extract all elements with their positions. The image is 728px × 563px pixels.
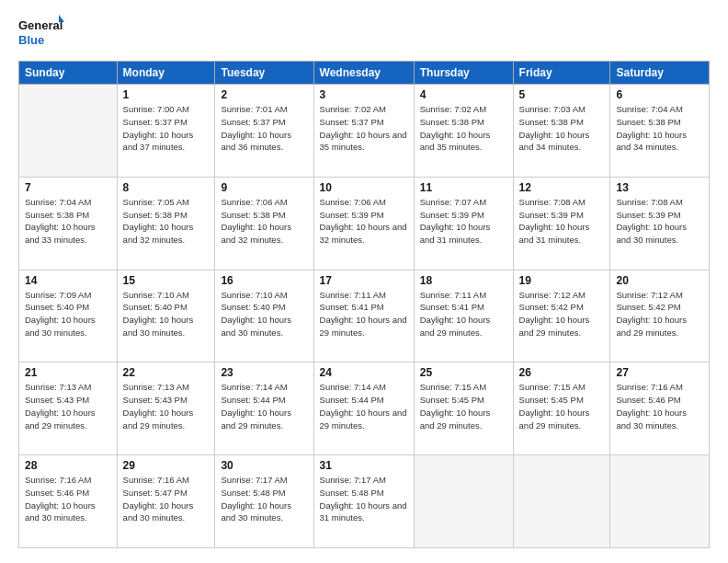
- day-number: 8: [123, 181, 210, 194]
- day-number: 23: [221, 366, 307, 379]
- calendar-cell: 21Sunrise: 7:13 AMSunset: 5:43 PMDayligh…: [19, 362, 118, 455]
- day-info: Sunrise: 7:16 AMSunset: 5:47 PMDaylight:…: [123, 474, 210, 524]
- day-number: 15: [123, 274, 210, 287]
- day-number: 28: [25, 459, 111, 472]
- calendar-cell: 6Sunrise: 7:04 AMSunset: 5:38 PMDaylight…: [610, 85, 710, 178]
- calendar-cell: 14Sunrise: 7:09 AMSunset: 5:40 PMDayligh…: [19, 270, 118, 362]
- day-number: 5: [519, 88, 605, 101]
- day-number: 22: [123, 366, 210, 379]
- svg-marker-2: [59, 15, 64, 22]
- calendar-cell: 7Sunrise: 7:04 AMSunset: 5:38 PMDaylight…: [19, 177, 118, 270]
- calendar-cell: [414, 455, 513, 548]
- calendar-cell: 5Sunrise: 7:03 AMSunset: 5:38 PMDaylight…: [513, 85, 610, 178]
- day-number: 9: [221, 181, 307, 194]
- day-info: Sunrise: 7:03 AMSunset: 5:38 PMDaylight:…: [519, 103, 605, 154]
- day-number: 20: [616, 274, 703, 287]
- day-number: 19: [519, 274, 605, 287]
- calendar-cell: 27Sunrise: 7:16 AMSunset: 5:46 PMDayligh…: [610, 362, 710, 455]
- calendar-cell: 16Sunrise: 7:10 AMSunset: 5:40 PMDayligh…: [215, 270, 313, 362]
- calendar-cell: 17Sunrise: 7:11 AMSunset: 5:41 PMDayligh…: [313, 270, 414, 362]
- calendar-cell: [610, 455, 710, 548]
- day-info: Sunrise: 7:15 AMSunset: 5:45 PMDaylight:…: [420, 381, 507, 431]
- day-info: Sunrise: 7:04 AMSunset: 5:38 PMDaylight:…: [25, 196, 111, 247]
- svg-text:General: General: [18, 18, 63, 32]
- calendar-cell: 9Sunrise: 7:06 AMSunset: 5:38 PMDaylight…: [215, 177, 313, 270]
- day-number: 3: [320, 88, 408, 101]
- day-number: 1: [123, 88, 210, 101]
- day-header-saturday: Saturday: [610, 62, 710, 85]
- day-header-tuesday: Tuesday: [215, 62, 313, 85]
- calendar-week-4: 21Sunrise: 7:13 AMSunset: 5:43 PMDayligh…: [19, 362, 710, 455]
- calendar-cell: 2Sunrise: 7:01 AMSunset: 5:37 PMDaylight…: [215, 85, 313, 178]
- day-info: Sunrise: 7:17 AMSunset: 5:48 PMDaylight:…: [221, 474, 307, 524]
- calendar-cell: 31Sunrise: 7:17 AMSunset: 5:48 PMDayligh…: [313, 455, 414, 548]
- calendar-cell: 20Sunrise: 7:12 AMSunset: 5:42 PMDayligh…: [610, 270, 710, 362]
- calendar-cell: 30Sunrise: 7:17 AMSunset: 5:48 PMDayligh…: [215, 455, 313, 548]
- calendar-cell: 25Sunrise: 7:15 AMSunset: 5:45 PMDayligh…: [414, 362, 513, 455]
- calendar-cell: 12Sunrise: 7:08 AMSunset: 5:39 PMDayligh…: [513, 177, 610, 270]
- calendar-cell: 1Sunrise: 7:00 AMSunset: 5:37 PMDaylight…: [117, 85, 215, 178]
- day-info: Sunrise: 7:06 AMSunset: 5:38 PMDaylight:…: [221, 196, 307, 247]
- calendar-table: SundayMondayTuesdayWednesdayThursdayFrid…: [18, 61, 710, 548]
- calendar-cell: 10Sunrise: 7:06 AMSunset: 5:39 PMDayligh…: [313, 177, 414, 270]
- day-info: Sunrise: 7:10 AMSunset: 5:40 PMDaylight:…: [221, 289, 307, 339]
- calendar-cell: [513, 455, 610, 548]
- day-number: 25: [420, 366, 507, 379]
- day-info: Sunrise: 7:12 AMSunset: 5:42 PMDaylight:…: [616, 289, 703, 339]
- day-info: Sunrise: 7:10 AMSunset: 5:40 PMDaylight:…: [123, 289, 210, 339]
- day-number: 6: [616, 88, 703, 101]
- calendar-week-5: 28Sunrise: 7:16 AMSunset: 5:46 PMDayligh…: [19, 455, 710, 548]
- calendar-cell: 4Sunrise: 7:02 AMSunset: 5:38 PMDaylight…: [414, 85, 513, 178]
- day-number: 30: [221, 459, 307, 472]
- calendar-cell: 15Sunrise: 7:10 AMSunset: 5:40 PMDayligh…: [117, 270, 215, 362]
- calendar-cell: 24Sunrise: 7:14 AMSunset: 5:44 PMDayligh…: [313, 362, 414, 455]
- day-info: Sunrise: 7:04 AMSunset: 5:38 PMDaylight:…: [616, 103, 703, 154]
- day-info: Sunrise: 7:16 AMSunset: 5:46 PMDaylight:…: [25, 474, 111, 524]
- calendar-cell: 18Sunrise: 7:11 AMSunset: 5:41 PMDayligh…: [414, 270, 513, 362]
- calendar-cell: 13Sunrise: 7:08 AMSunset: 5:39 PMDayligh…: [610, 177, 710, 270]
- day-number: 11: [420, 181, 507, 194]
- day-number: 17: [320, 274, 408, 287]
- day-number: 21: [25, 366, 111, 379]
- calendar-cell: [19, 85, 118, 178]
- header-row: SundayMondayTuesdayWednesdayThursdayFrid…: [19, 62, 710, 85]
- day-number: 10: [320, 181, 408, 194]
- day-number: 13: [616, 181, 703, 194]
- day-number: 2: [221, 88, 307, 101]
- day-info: Sunrise: 7:13 AMSunset: 5:43 PMDaylight:…: [123, 381, 210, 431]
- day-header-sunday: Sunday: [19, 62, 118, 85]
- day-number: 7: [25, 181, 111, 194]
- day-header-monday: Monday: [117, 62, 215, 85]
- svg-text:Blue: Blue: [18, 33, 44, 47]
- day-info: Sunrise: 7:07 AMSunset: 5:39 PMDaylight:…: [420, 196, 507, 247]
- calendar-cell: 26Sunrise: 7:15 AMSunset: 5:45 PMDayligh…: [513, 362, 610, 455]
- day-info: Sunrise: 7:15 AMSunset: 5:45 PMDaylight:…: [519, 381, 605, 431]
- day-header-wednesday: Wednesday: [313, 62, 414, 85]
- day-info: Sunrise: 7:09 AMSunset: 5:40 PMDaylight:…: [25, 289, 111, 339]
- calendar-cell: 22Sunrise: 7:13 AMSunset: 5:43 PMDayligh…: [117, 362, 215, 455]
- calendar-cell: 29Sunrise: 7:16 AMSunset: 5:47 PMDayligh…: [117, 455, 215, 548]
- day-header-thursday: Thursday: [414, 62, 513, 85]
- day-number: 12: [519, 181, 605, 194]
- logo: General Blue: [18, 15, 64, 52]
- day-info: Sunrise: 7:16 AMSunset: 5:46 PMDaylight:…: [616, 381, 703, 431]
- calendar-cell: 19Sunrise: 7:12 AMSunset: 5:42 PMDayligh…: [513, 270, 610, 362]
- calendar-cell: 8Sunrise: 7:05 AMSunset: 5:38 PMDaylight…: [117, 177, 215, 270]
- day-info: Sunrise: 7:12 AMSunset: 5:42 PMDaylight:…: [519, 289, 605, 339]
- day-number: 4: [420, 88, 507, 101]
- day-info: Sunrise: 7:05 AMSunset: 5:38 PMDaylight:…: [123, 196, 210, 247]
- day-number: 24: [320, 366, 408, 379]
- day-info: Sunrise: 7:02 AMSunset: 5:37 PMDaylight:…: [320, 103, 408, 154]
- day-info: Sunrise: 7:13 AMSunset: 5:43 PMDaylight:…: [25, 381, 111, 431]
- day-header-friday: Friday: [513, 62, 610, 85]
- day-number: 27: [616, 366, 703, 379]
- day-info: Sunrise: 7:14 AMSunset: 5:44 PMDaylight:…: [320, 381, 408, 431]
- day-info: Sunrise: 7:11 AMSunset: 5:41 PMDaylight:…: [420, 289, 507, 339]
- day-info: Sunrise: 7:08 AMSunset: 5:39 PMDaylight:…: [616, 196, 703, 247]
- day-number: 18: [420, 274, 507, 287]
- day-number: 29: [123, 459, 210, 472]
- calendar-week-1: 1Sunrise: 7:00 AMSunset: 5:37 PMDaylight…: [19, 85, 710, 178]
- calendar-cell: 11Sunrise: 7:07 AMSunset: 5:39 PMDayligh…: [414, 177, 513, 270]
- day-info: Sunrise: 7:06 AMSunset: 5:39 PMDaylight:…: [320, 196, 408, 247]
- day-info: Sunrise: 7:17 AMSunset: 5:48 PMDaylight:…: [320, 474, 408, 524]
